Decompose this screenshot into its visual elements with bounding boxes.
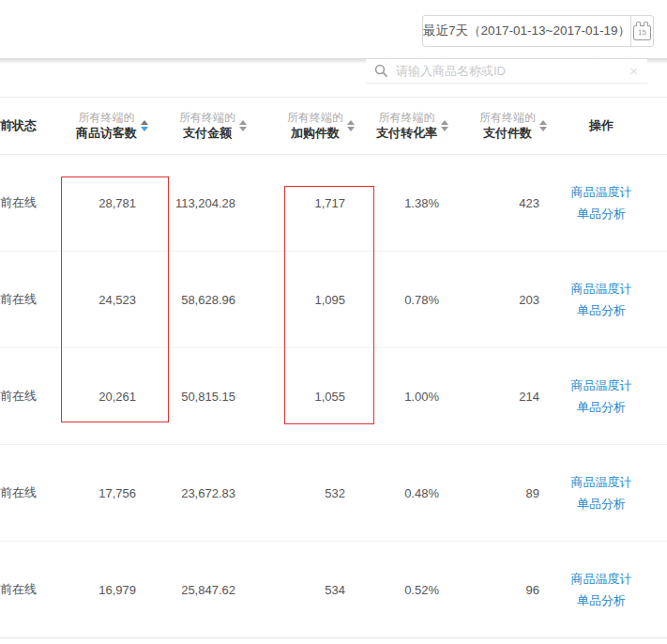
single-item-analysis-link[interactable]: 单品分析 xyxy=(577,206,626,222)
sort-arrows[interactable] xyxy=(441,120,448,131)
table-row: 前在线 16,979 25,847.62 534 0.52% 96 商品温度计 … xyxy=(0,542,667,638)
actions-cell: 商品温度计 单品分析 xyxy=(549,571,667,608)
sort-asc-icon[interactable] xyxy=(141,120,148,125)
column-prefix: 所有终端的 xyxy=(376,111,437,125)
cart-items-cell: 532 xyxy=(249,486,356,500)
cart-items-cell: 1,055 xyxy=(249,390,356,404)
status-cell: 前在线 xyxy=(0,194,42,211)
payment-amount-cell: 23,672.83 xyxy=(150,486,249,500)
conversion-rate-cell: 1.00% xyxy=(356,390,450,404)
payment-items-cell: 214 xyxy=(450,390,549,404)
clear-search-icon[interactable]: × xyxy=(620,64,647,78)
column-header-cart-items[interactable]: 所有终端的 加购件数 xyxy=(249,111,356,141)
sort-desc-icon[interactable] xyxy=(141,127,148,131)
status-cell: 前在线 xyxy=(0,484,42,501)
calendar-day-label: 15 xyxy=(638,29,646,37)
actions-cell: 商品温度计 单品分析 xyxy=(549,184,667,222)
single-item-analysis-link[interactable]: 单品分析 xyxy=(577,302,626,318)
column-prefix: 所有终端的 xyxy=(287,111,343,125)
column-header-status: 前状态 xyxy=(0,117,42,134)
single-item-analysis-link[interactable]: 单品分析 xyxy=(577,399,626,415)
sort-asc-icon[interactable] xyxy=(239,120,247,125)
status-cell: 前在线 xyxy=(0,581,42,598)
sort-asc-icon[interactable] xyxy=(441,120,448,125)
sort-arrows[interactable] xyxy=(347,120,355,131)
calendar-icon: 15 xyxy=(633,25,651,40)
table-header: 前状态 所有终端的 商品访客数 所有终端的 支付金额 所有终端的 xyxy=(0,97,667,155)
table-row: 前在线 17,756 23,672.83 532 0.48% 89 商品温度计 … xyxy=(0,445,667,542)
search-input[interactable] xyxy=(396,64,620,78)
payment-amount-cell: 113,204.28 xyxy=(150,196,249,210)
sort-desc-icon[interactable] xyxy=(539,127,547,131)
sort-desc-icon[interactable] xyxy=(347,127,355,131)
product-thermometer-link[interactable]: 商品温度计 xyxy=(571,474,632,490)
sort-arrows[interactable] xyxy=(239,120,247,131)
table-row: 前在线 24,523 58,628.96 1,095 0.78% 203 商品温… xyxy=(0,252,667,348)
visitors-cell: 28,781 xyxy=(42,196,150,210)
calendar-button[interactable]: 15 xyxy=(630,16,653,46)
column-label: 加购件数 xyxy=(287,125,343,141)
conversion-rate-cell: 0.78% xyxy=(356,293,450,307)
actions-cell: 商品温度计 单品分析 xyxy=(549,377,667,415)
visitors-cell: 20,261 xyxy=(42,390,150,404)
table-row: 前在线 28,781 113,204.28 1,717 1.38% 423 商品… xyxy=(0,155,667,252)
column-header-payment-amount[interactable]: 所有终端的 支付金额 xyxy=(150,111,249,141)
date-range-picker[interactable]: 最近7天（2017-01-13~2017-01-19） 15 xyxy=(422,15,654,47)
date-range-label: 最近7天（2017-01-13~2017-01-19） xyxy=(423,16,630,46)
column-prefix: 所有终端的 xyxy=(76,111,137,125)
visitors-cell: 24,523 xyxy=(42,293,150,307)
actions-cell: 商品温度计 单品分析 xyxy=(549,281,667,318)
column-header-payment-items[interactable]: 所有终端的 支付件数 xyxy=(450,111,549,141)
conversion-rate-cell: 1.38% xyxy=(356,196,450,210)
status-cell: 前在线 xyxy=(0,291,42,308)
payment-items-cell: 89 xyxy=(450,486,549,500)
product-thermometer-link[interactable]: 商品温度计 xyxy=(571,377,632,393)
column-header-conversion-rate[interactable]: 所有终端的 支付转化率 xyxy=(356,111,450,141)
cart-items-cell: 1,095 xyxy=(249,293,356,307)
sort-desc-icon[interactable] xyxy=(441,127,448,131)
sort-arrows[interactable] xyxy=(539,120,547,131)
visitors-cell: 17,756 xyxy=(42,486,150,500)
product-search-box: × xyxy=(366,59,647,84)
product-thermometer-link[interactable]: 商品温度计 xyxy=(571,184,632,200)
conversion-rate-cell: 0.48% xyxy=(356,486,450,500)
table-row: 前在线 20,261 50,815.15 1,055 1.00% 214 商品温… xyxy=(0,348,667,445)
column-header-actions: 操作 xyxy=(549,117,667,134)
product-metrics-table: 前状态 所有终端的 商品访客数 所有终端的 支付金额 所有终端的 xyxy=(0,97,667,638)
column-label: 支付金额 xyxy=(179,125,235,141)
column-label: 商品访客数 xyxy=(76,125,137,141)
column-label: 支付转化率 xyxy=(376,125,437,141)
search-icon xyxy=(374,64,388,78)
payment-amount-cell: 25,847.62 xyxy=(150,583,249,597)
actions-cell: 商品温度计 单品分析 xyxy=(549,474,667,512)
sort-desc-icon[interactable] xyxy=(239,127,247,131)
payment-items-cell: 203 xyxy=(450,293,549,307)
sort-asc-icon[interactable] xyxy=(347,120,355,125)
sort-asc-icon[interactable] xyxy=(539,120,547,125)
single-item-analysis-link[interactable]: 单品分析 xyxy=(577,592,626,608)
cart-items-cell: 1,717 xyxy=(249,196,356,210)
cart-items-cell: 534 xyxy=(249,583,356,597)
status-cell: 前在线 xyxy=(0,388,42,405)
payment-items-cell: 423 xyxy=(450,196,549,210)
sort-arrows[interactable] xyxy=(141,120,148,131)
product-thermometer-link[interactable]: 商品温度计 xyxy=(571,281,632,297)
column-header-visitors[interactable]: 所有终端的 商品访客数 xyxy=(42,111,150,141)
payment-amount-cell: 50,815.15 xyxy=(150,390,249,404)
column-prefix: 所有终端的 xyxy=(179,111,235,125)
column-label: 支付件数 xyxy=(479,125,536,141)
product-thermometer-link[interactable]: 商品温度计 xyxy=(571,571,632,587)
payment-items-cell: 96 xyxy=(450,583,549,597)
visitors-cell: 16,979 xyxy=(42,583,150,597)
conversion-rate-cell: 0.52% xyxy=(356,583,450,597)
column-prefix: 所有终端的 xyxy=(479,111,536,125)
single-item-analysis-link[interactable]: 单品分析 xyxy=(577,496,626,512)
payment-amount-cell: 58,628.96 xyxy=(150,293,249,307)
